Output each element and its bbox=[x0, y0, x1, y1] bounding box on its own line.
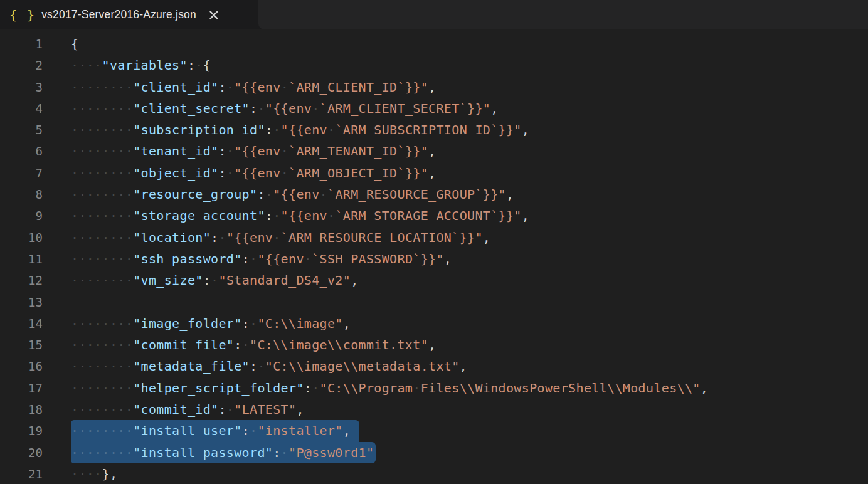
code-token-str: `ARM_CLIENT_SECRET`}}" bbox=[320, 101, 491, 116]
code-token-p: , bbox=[701, 381, 708, 396]
code-line-content: ····"variables":·{ bbox=[71, 55, 211, 76]
whitespace-dots: · bbox=[257, 359, 265, 374]
code-line-content: ········"image_folder":·"C:\\image", bbox=[71, 313, 351, 334]
code-line[interactable]: 10········"location":·"{{env·`ARM_RESOUR… bbox=[0, 227, 868, 248]
code-token-str: `ARM_TENANT_ID`}}" bbox=[288, 144, 428, 159]
code-line-content: ········"subscription_id":·"{{env·`ARM_S… bbox=[71, 119, 529, 140]
code-lines: 1{2····"variables":·{3········"client_id… bbox=[0, 33, 868, 484]
code-line[interactable]: 15········"commit_file":·"C:\\image\\com… bbox=[0, 334, 868, 355]
code-token-p: : bbox=[265, 122, 273, 137]
code-token-p: , bbox=[444, 251, 452, 266]
code-line-content: ········"metadata_file":·"C:\\image\\met… bbox=[71, 355, 467, 377]
line-number: 15 bbox=[0, 334, 43, 355]
line-number: 18 bbox=[0, 399, 43, 420]
line-number: 21 bbox=[0, 463, 43, 484]
line-number: 16 bbox=[0, 355, 43, 377]
code-token-p: : bbox=[188, 58, 195, 73]
code-token-key: "object_id" bbox=[133, 166, 218, 181]
code-line[interactable]: 3········"client_id":·"{{env·`ARM_CLIENT… bbox=[0, 76, 868, 98]
line-number: 9 bbox=[0, 205, 43, 226]
code-line-content: ····}, bbox=[71, 463, 117, 484]
code-token-p: , bbox=[351, 273, 358, 288]
line-number: 6 bbox=[0, 140, 43, 162]
whitespace-dots: · bbox=[281, 144, 288, 159]
code-token-p: : bbox=[265, 208, 273, 223]
code-token-p: : bbox=[242, 316, 250, 331]
code-token-key: "variables" bbox=[102, 58, 188, 73]
code-line-content: ········"location":·"{{env·`ARM_RESOURCE… bbox=[71, 227, 490, 248]
code-token-p: : bbox=[250, 101, 257, 116]
code-line[interactable]: 12········"vm_size":·"Standard_DS4_v2", bbox=[0, 270, 868, 291]
code-token-key: "client_secret" bbox=[133, 101, 250, 116]
code-line[interactable]: 18········"commit_id":·"LATEST", bbox=[0, 399, 868, 420]
code-editor[interactable]: 1{2····"variables":·{3········"client_id… bbox=[0, 29, 868, 484]
line-number: 4 bbox=[0, 98, 43, 119]
code-token-key: "ssh_password" bbox=[133, 251, 241, 266]
code-line[interactable]: 8········"resource_group":·"{{env·`ARM_R… bbox=[0, 184, 868, 205]
whitespace-dots: · bbox=[257, 101, 265, 116]
code-token-p: , bbox=[296, 402, 304, 417]
code-line[interactable]: 9········"storage_account":·"{{env·`ARM_… bbox=[0, 205, 868, 226]
code-token-p: : bbox=[304, 381, 312, 396]
whitespace-dots: · bbox=[265, 187, 273, 202]
selection-highlight: ········"install_password":·"P@ssw0rd1" bbox=[71, 442, 376, 463]
code-token-p: : bbox=[211, 230, 218, 245]
code-token-p: : bbox=[242, 423, 250, 438]
code-line[interactable]: 19········"install_user":·"installer", bbox=[0, 420, 868, 441]
line-number: 13 bbox=[0, 292, 43, 313]
json-file-icon: { } bbox=[9, 8, 36, 23]
line-number: 1 bbox=[0, 33, 43, 55]
whitespace-dots: · bbox=[218, 230, 226, 245]
code-line-content: ········"commit_file":·"C:\\image\\commi… bbox=[71, 334, 436, 355]
tab-bar: { } vs2017-Server2016-Azure.json bbox=[0, 0, 868, 29]
code-token-str: "{{env bbox=[234, 166, 280, 181]
code-line[interactable]: 17········"helper_script_folder":·"C:\\P… bbox=[0, 377, 868, 399]
whitespace-dots: · bbox=[312, 381, 319, 396]
code-line[interactable]: 4········"client_secret":·"{{env·`ARM_CL… bbox=[0, 98, 868, 119]
line-number: 12 bbox=[0, 270, 43, 291]
code-line[interactable]: 1{ bbox=[0, 33, 868, 55]
code-token-key: "install_user" bbox=[133, 423, 241, 438]
whitespace-dots: · bbox=[327, 122, 335, 137]
code-token-key: "subscription_id" bbox=[133, 122, 265, 137]
tab-close-icon[interactable] bbox=[207, 8, 221, 22]
code-line[interactable]: 7········"object_id":·"{{env·`ARM_OBJECT… bbox=[0, 162, 868, 184]
code-line[interactable]: 14········"image_folder":·"C:\\image", bbox=[0, 313, 868, 334]
code-token-p: { bbox=[71, 36, 78, 51]
tab-vs2017-server2016-azure-json[interactable]: { } vs2017-Server2016-Azure.json bbox=[0, 0, 258, 29]
line-number: 17 bbox=[0, 377, 43, 399]
code-line[interactable]: 20········"install_password":·"P@ssw0rd1… bbox=[0, 442, 868, 463]
code-line[interactable]: 2····"variables":·{ bbox=[0, 55, 868, 76]
code-token-p: , bbox=[460, 359, 467, 374]
code-line-content: ········"helper_script_folder":·"C:\\Pro… bbox=[71, 377, 708, 399]
code-line[interactable]: 5········"subscription_id":·"{{env·`ARM_… bbox=[0, 119, 868, 140]
code-token-p: { bbox=[203, 58, 211, 73]
code-token-p: : bbox=[218, 144, 226, 159]
code-line-content: ········"install_user":·"installer", bbox=[71, 420, 359, 441]
whitespace-dots: · bbox=[273, 122, 280, 137]
code-token-p: : bbox=[250, 359, 257, 374]
code-token-p: : bbox=[273, 445, 280, 460]
code-token-p: , bbox=[343, 423, 351, 438]
code-token-str: "P@ssw0rd1" bbox=[288, 445, 374, 460]
code-token-p: , bbox=[522, 122, 529, 137]
whitespace-dots: · bbox=[413, 381, 420, 396]
code-token-key: "client_id" bbox=[133, 80, 218, 95]
code-token-key: "install_password" bbox=[133, 445, 273, 460]
code-line-content: ········"commit_id":·"LATEST", bbox=[71, 399, 304, 420]
code-token-p: , bbox=[428, 80, 436, 95]
code-token-p: , bbox=[428, 337, 436, 352]
whitespace-dots: · bbox=[281, 445, 288, 460]
whitespace-dots: · bbox=[226, 144, 234, 159]
code-line[interactable]: 6········"tenant_id":·"{{env·`ARM_TENANT… bbox=[0, 140, 868, 162]
code-line[interactable]: 21····}, bbox=[0, 463, 868, 484]
code-line-content: ········"ssh_password":·"{{env·`SSH_PASS… bbox=[71, 248, 452, 270]
code-line[interactable]: 16········"metadata_file":·"C:\\image\\m… bbox=[0, 355, 868, 377]
whitespace-dots: ········ bbox=[71, 80, 133, 95]
code-token-key: "image_folder" bbox=[133, 316, 241, 331]
code-token-key: "vm_size" bbox=[133, 273, 203, 288]
code-line[interactable]: 11········"ssh_password":·"{{env·`SSH_PA… bbox=[0, 248, 868, 270]
code-token-p: : bbox=[203, 273, 211, 288]
code-line[interactable]: 13 bbox=[0, 292, 868, 313]
whitespace-dots: · bbox=[211, 273, 218, 288]
